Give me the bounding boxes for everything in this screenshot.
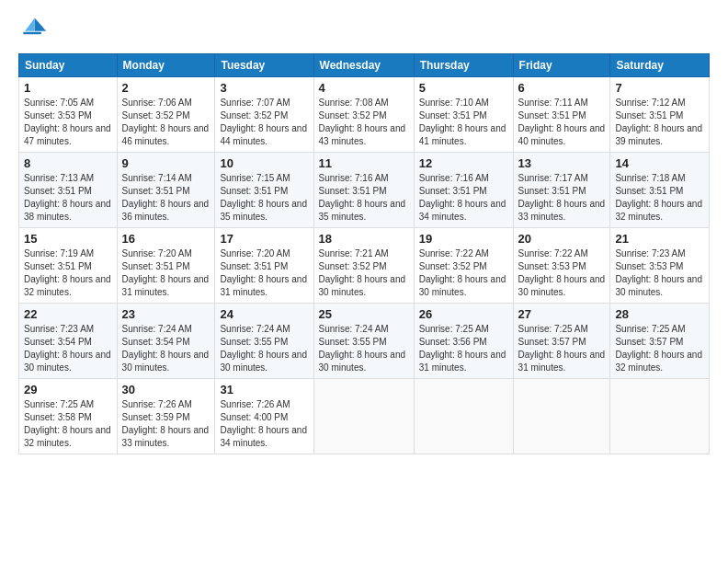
day-number: 14 [615,156,704,170]
day-number: 17 [220,232,308,246]
day-number: 1 [24,81,112,95]
day-info: Sunrise: 7:25 AM Sunset: 3:58 PM Dayligh… [24,398,112,450]
day-info: Sunrise: 7:14 AM Sunset: 3:51 PM Dayligh… [122,172,210,224]
day-cell: 24 Sunrise: 7:24 AM Sunset: 3:55 PM Dayl… [215,304,313,379]
day-cell: 19 Sunrise: 7:22 AM Sunset: 3:52 PM Dayl… [414,228,513,304]
day-number: 29 [24,383,112,396]
day-cell: 16 Sunrise: 7:20 AM Sunset: 3:51 PM Dayl… [117,228,215,304]
day-info: Sunrise: 7:26 AM Sunset: 3:59 PM Dayligh… [122,398,210,450]
day-info: Sunrise: 7:11 AM Sunset: 3:51 PM Dayligh… [518,97,606,148]
day-number: 16 [122,232,210,246]
day-info: Sunrise: 7:21 AM Sunset: 3:52 PM Dayligh… [319,247,409,299]
day-info: Sunrise: 7:24 AM Sunset: 3:54 PM Dayligh… [122,323,210,374]
day-cell: 4 Sunrise: 7:08 AM Sunset: 3:52 PM Dayli… [313,77,414,153]
day-info: Sunrise: 7:25 AM Sunset: 3:56 PM Dayligh… [419,323,508,374]
day-info: Sunrise: 7:25 AM Sunset: 3:57 PM Dayligh… [615,323,704,374]
day-info: Sunrise: 7:13 AM Sunset: 3:51 PM Dayligh… [24,172,112,224]
day-cell: 31 Sunrise: 7:26 AM Sunset: 4:00 PM Dayl… [215,379,313,454]
day-cell: 10 Sunrise: 7:15 AM Sunset: 3:51 PM Dayl… [215,153,313,228]
day-number: 27 [518,307,606,321]
day-number: 10 [220,156,308,170]
day-cell: 7 Sunrise: 7:12 AM Sunset: 3:51 PM Dayli… [610,77,710,153]
day-info: Sunrise: 7:16 AM Sunset: 3:51 PM Dayligh… [419,172,508,224]
day-cell: 23 Sunrise: 7:24 AM Sunset: 3:54 PM Dayl… [117,304,215,379]
day-cell: 6 Sunrise: 7:11 AM Sunset: 3:51 PM Dayli… [513,77,610,153]
logo-icon [18,15,48,44]
day-number: 24 [220,307,308,321]
day-number: 30 [122,383,210,396]
day-cell: 29 Sunrise: 7:25 AM Sunset: 3:58 PM Dayl… [19,379,118,454]
day-cell: 13 Sunrise: 7:17 AM Sunset: 3:51 PM Dayl… [513,153,610,228]
weekday-header-monday: Monday [117,54,215,77]
day-cell: 8 Sunrise: 7:13 AM Sunset: 3:51 PM Dayli… [19,153,118,228]
day-cell [414,379,513,454]
day-cell [513,379,610,454]
day-number: 4 [319,81,409,95]
day-number: 19 [419,232,508,246]
day-info: Sunrise: 7:07 AM Sunset: 3:52 PM Dayligh… [220,97,308,148]
svg-rect-2 [23,32,41,35]
day-cell: 11 Sunrise: 7:16 AM Sunset: 3:51 PM Dayl… [313,153,414,228]
svg-marker-1 [25,18,35,31]
day-number: 26 [419,307,508,321]
day-cell: 27 Sunrise: 7:25 AM Sunset: 3:57 PM Dayl… [513,304,610,379]
day-cell: 5 Sunrise: 7:10 AM Sunset: 3:51 PM Dayli… [414,77,513,153]
week-row-3: 15 Sunrise: 7:19 AM Sunset: 3:51 PM Dayl… [19,228,710,304]
day-cell: 30 Sunrise: 7:26 AM Sunset: 3:59 PM Dayl… [117,379,215,454]
day-info: Sunrise: 7:22 AM Sunset: 3:53 PM Dayligh… [518,247,606,299]
day-number: 22 [24,307,112,321]
day-number: 25 [319,307,409,321]
day-cell: 26 Sunrise: 7:25 AM Sunset: 3:56 PM Dayl… [414,304,513,379]
day-number: 28 [615,307,704,321]
weekday-header-thursday: Thursday [414,54,513,77]
week-row-2: 8 Sunrise: 7:13 AM Sunset: 3:51 PM Dayli… [19,153,710,228]
day-number: 8 [24,156,112,170]
day-cell: 1 Sunrise: 7:05 AM Sunset: 3:53 PM Dayli… [19,77,118,153]
day-info: Sunrise: 7:26 AM Sunset: 4:00 PM Dayligh… [220,398,308,450]
day-number: 12 [419,156,508,170]
header [18,15,710,44]
day-info: Sunrise: 7:05 AM Sunset: 3:53 PM Dayligh… [24,97,112,148]
day-cell: 12 Sunrise: 7:16 AM Sunset: 3:51 PM Dayl… [414,153,513,228]
day-cell: 21 Sunrise: 7:23 AM Sunset: 3:53 PM Dayl… [610,228,710,304]
day-info: Sunrise: 7:20 AM Sunset: 3:51 PM Dayligh… [122,247,210,299]
day-info: Sunrise: 7:15 AM Sunset: 3:51 PM Dayligh… [220,172,308,224]
day-info: Sunrise: 7:19 AM Sunset: 3:51 PM Dayligh… [24,247,112,299]
logo [18,15,51,44]
day-number: 5 [419,81,508,95]
day-info: Sunrise: 7:06 AM Sunset: 3:52 PM Dayligh… [122,97,210,148]
day-cell [313,379,414,454]
day-cell: 2 Sunrise: 7:06 AM Sunset: 3:52 PM Dayli… [117,77,215,153]
day-cell: 28 Sunrise: 7:25 AM Sunset: 3:57 PM Dayl… [610,304,710,379]
day-number: 9 [122,156,210,170]
svg-marker-0 [35,18,46,31]
day-number: 11 [319,156,409,170]
day-number: 3 [220,81,308,95]
weekday-header-saturday: Saturday [610,54,710,77]
weekday-header-wednesday: Wednesday [313,54,414,77]
day-info: Sunrise: 7:23 AM Sunset: 3:53 PM Dayligh… [615,247,704,299]
day-info: Sunrise: 7:10 AM Sunset: 3:51 PM Dayligh… [419,97,508,148]
day-info: Sunrise: 7:17 AM Sunset: 3:51 PM Dayligh… [518,172,606,224]
weekday-header-sunday: Sunday [19,54,118,77]
day-number: 18 [319,232,409,246]
day-cell: 20 Sunrise: 7:22 AM Sunset: 3:53 PM Dayl… [513,228,610,304]
day-number: 15 [24,232,112,246]
day-number: 23 [122,307,210,321]
day-info: Sunrise: 7:24 AM Sunset: 3:55 PM Dayligh… [220,323,308,374]
day-cell: 15 Sunrise: 7:19 AM Sunset: 3:51 PM Dayl… [19,228,118,304]
day-number: 20 [518,232,606,246]
week-row-4: 22 Sunrise: 7:23 AM Sunset: 3:54 PM Dayl… [19,304,710,379]
day-cell: 25 Sunrise: 7:24 AM Sunset: 3:55 PM Dayl… [313,304,414,379]
week-row-5: 29 Sunrise: 7:25 AM Sunset: 3:58 PM Dayl… [19,379,710,454]
day-info: Sunrise: 7:18 AM Sunset: 3:51 PM Dayligh… [615,172,704,224]
weekday-header-row: SundayMondayTuesdayWednesdayThursdayFrid… [19,54,710,77]
day-number: 6 [518,81,606,95]
day-info: Sunrise: 7:16 AM Sunset: 3:51 PM Dayligh… [319,172,409,224]
day-cell: 17 Sunrise: 7:20 AM Sunset: 3:51 PM Dayl… [215,228,313,304]
day-cell: 9 Sunrise: 7:14 AM Sunset: 3:51 PM Dayli… [117,153,215,228]
day-info: Sunrise: 7:25 AM Sunset: 3:57 PM Dayligh… [518,323,606,374]
page: SundayMondayTuesdayWednesdayThursdayFrid… [0,0,728,563]
day-cell: 3 Sunrise: 7:07 AM Sunset: 3:52 PM Dayli… [215,77,313,153]
week-row-1: 1 Sunrise: 7:05 AM Sunset: 3:53 PM Dayli… [19,77,710,153]
